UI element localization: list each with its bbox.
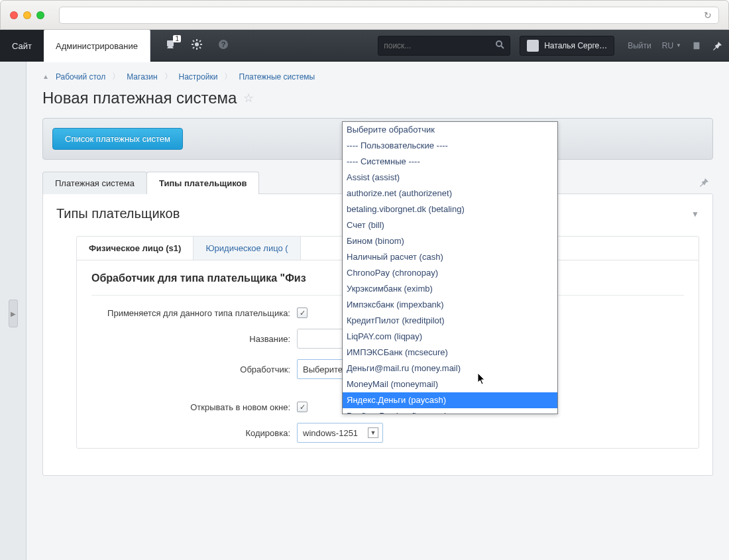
chevron-down-icon: ▼ — [676, 42, 681, 48]
panel-heading: Типы плательщиков — [56, 206, 180, 221]
newwin-checkbox[interactable]: ✓ — [297, 402, 308, 412]
close-window-button[interactable] — [10, 11, 18, 19]
name-label: Название: — [91, 334, 297, 344]
search-box[interactable] — [378, 36, 510, 56]
svg-line-8 — [199, 40, 201, 42]
breadcrumb-separator-icon: 〉 — [224, 71, 232, 82]
browser-chrome: ↻ — [0, 0, 729, 30]
app-top-bar: Сайт Администрирование 1 ? Наталья Серге… — [0, 30, 729, 62]
maximize-window-button[interactable] — [36, 11, 44, 19]
tab-payer-types[interactable]: Типы плательщиков — [146, 172, 259, 194]
search-icon[interactable] — [495, 40, 504, 51]
breadcrumb-item[interactable]: Рабочий стол — [56, 72, 105, 82]
pin-icon — [713, 41, 722, 50]
reload-icon[interactable]: ↻ — [704, 10, 712, 21]
chevron-down-icon: ▼ — [368, 427, 378, 438]
user-menu[interactable]: Наталья Серге… — [520, 36, 614, 56]
help-button[interactable]: ? — [210, 30, 237, 61]
dropdown-option[interactable]: ИМПЭКСБанк (mcsecure) — [343, 345, 557, 361]
svg-line-13 — [501, 46, 504, 48]
handler-label: Обработчик: — [91, 364, 297, 374]
svg-rect-14 — [694, 42, 700, 49]
svg-point-1 — [195, 42, 199, 46]
mouse-cursor-icon — [477, 372, 486, 386]
encoding-select-value: windows-1251 — [303, 428, 358, 438]
sidebar-expand-button[interactable]: ▶ — [9, 300, 18, 327]
encoding-label: Кодировка: — [91, 428, 297, 438]
svg-line-9 — [193, 47, 194, 48]
tab-payment-system[interactable]: Платежная система — [42, 172, 147, 194]
settings-button[interactable] — [184, 30, 210, 61]
dropdown-option[interactable]: Импэксбанк (impexbank) — [343, 297, 557, 313]
dropdown-option[interactable]: ---- Пользовательские ---- — [343, 138, 557, 154]
bookmark-icon — [692, 41, 701, 50]
tab-pin-button[interactable] — [696, 172, 713, 194]
pin-button[interactable] — [706, 30, 729, 61]
svg-line-6 — [193, 40, 194, 42]
search-input[interactable] — [384, 41, 495, 50]
favorites-button[interactable] — [687, 30, 706, 61]
dropdown-option[interactable]: Бином (binom) — [343, 233, 557, 249]
dropdown-option[interactable]: ChronoPay (chronopay) — [343, 265, 557, 281]
breadcrumb-root-icon: ▲ — [42, 73, 49, 80]
minimize-window-button[interactable] — [23, 11, 31, 19]
tab-site[interactable]: Сайт — [0, 30, 44, 62]
page-title: Новая платежная система ☆ — [42, 89, 713, 107]
url-bar[interactable]: ↻ — [59, 7, 719, 24]
dropdown-option[interactable]: Assist (assist) — [343, 170, 557, 186]
svg-text:?: ? — [221, 40, 226, 48]
newwin-label: Открывать в новом окне: — [91, 402, 297, 412]
subtab-individual[interactable]: Физическое лицо (s1) — [77, 237, 194, 260]
window-controls — [10, 11, 44, 19]
dropdown-option[interactable]: Выберите обработчик — [343, 122, 557, 138]
encoding-select[interactable]: windows-1251 ▼ — [297, 423, 383, 443]
favorite-star-icon[interactable]: ☆ — [243, 91, 254, 105]
dropdown-option[interactable]: ---- Системные ---- — [343, 154, 557, 170]
tab-admin[interactable]: Администрирование — [44, 30, 150, 62]
breadcrumb-item[interactable]: Магазин — [127, 72, 157, 82]
breadcrumb-item[interactable]: Настройки — [179, 72, 218, 82]
breadcrumb-separator-icon: 〉 — [112, 71, 120, 82]
breadcrumb-item[interactable]: Платежные системы — [239, 72, 315, 82]
user-name: Наталья Серге… — [544, 41, 607, 50]
help-icon: ? — [218, 39, 229, 52]
dropdown-option[interactable]: Яндекс.Деньги (paycash) — [343, 392, 557, 408]
dropdown-option[interactable]: LiqPAY.com (liqpay) — [343, 329, 557, 345]
dropdown-option[interactable]: authorize.net (authorizenet) — [343, 186, 557, 201]
dropdown-option[interactable]: MoneyMail (moneymail) — [343, 376, 557, 392]
svg-point-12 — [496, 41, 502, 46]
notifications-button[interactable]: 1 — [157, 30, 184, 61]
subtab-legal[interactable]: Юридическое лицо ( — [194, 237, 300, 260]
apply-label: Применяется для данного типа плательщика… — [91, 308, 297, 318]
dropdown-option[interactable]: Наличный расчет (cash) — [343, 249, 557, 265]
apply-checkbox[interactable]: ✓ — [297, 308, 308, 318]
pin-icon — [700, 178, 709, 187]
dropdown-option[interactable]: betaling.viborgnet.dk (betaling) — [343, 201, 557, 217]
dropdown-option[interactable]: Деньги@mail.ru (money.mail) — [343, 361, 557, 376]
svg-line-7 — [199, 47, 201, 48]
dropdown-option[interactable]: Счет (bill) — [343, 217, 557, 233]
collapse-panel-button[interactable]: ▼ — [691, 209, 699, 219]
sidebar-collapsed: ▶ — [0, 62, 27, 560]
list-payment-systems-button[interactable]: Список платежных систем — [52, 128, 183, 150]
breadcrumb-separator-icon: 〉 — [164, 71, 172, 82]
logout-link[interactable]: Выйти — [622, 30, 657, 61]
dropdown-option[interactable]: Укрэксимбанк (eximb) — [343, 281, 557, 297]
dropdown-option[interactable]: КредитПилот (kreditpilot) — [343, 313, 557, 329]
breadcrumb: ▲ Рабочий стол 〉 Магазин 〉 Настройки 〉 П… — [42, 71, 713, 82]
gear-icon — [192, 39, 202, 52]
handler-dropdown-list[interactable]: Выберите обработчик---- Пользовательские… — [342, 121, 558, 414]
notifications-count: 1 — [173, 35, 181, 42]
avatar-icon — [527, 40, 539, 52]
language-selector[interactable]: RU▼ — [657, 30, 687, 61]
dropdown-option[interactable]: Payflow Pro (payflow_pro) — [343, 408, 557, 414]
